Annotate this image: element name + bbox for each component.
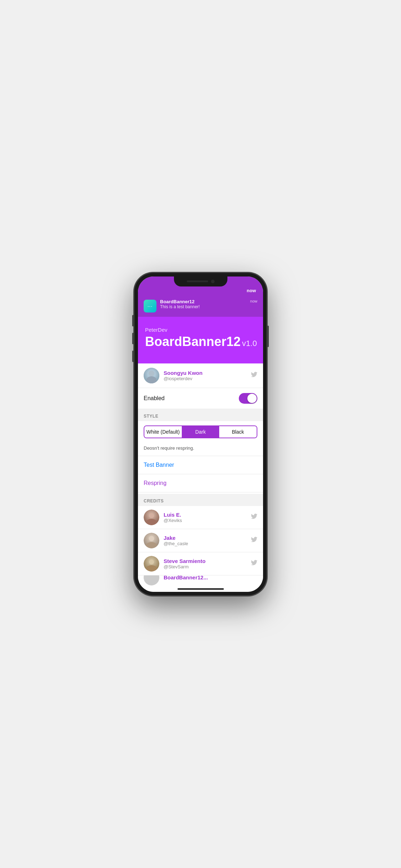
notif-app-icon: ··· bbox=[144, 300, 156, 312]
style-note: Deosn't require respring. bbox=[138, 443, 263, 456]
notch-camera bbox=[211, 280, 215, 283]
notif-icon-label: ··· bbox=[148, 303, 153, 309]
jake-name: Jake bbox=[164, 535, 247, 541]
content-area: Soongyu Kwon @iospeterdev Enabled bbox=[138, 363, 263, 585]
test-banner-row[interactable]: Test Banner bbox=[138, 456, 263, 474]
style-section-title: STYLE bbox=[144, 414, 158, 419]
notch bbox=[174, 277, 227, 286]
style-selector: White (Default) Dark Black bbox=[144, 425, 257, 438]
credit-row-partial: BoardBanner12... bbox=[138, 575, 263, 585]
phone-wrapper: now ··· BoardBanner12 This is a test ban… bbox=[134, 272, 267, 596]
jake-avatar bbox=[144, 533, 159, 548]
credits-section-divider: CREDITS bbox=[138, 494, 263, 506]
notif-title: BoardBanner12 bbox=[160, 299, 247, 304]
credit-row-steve: Steve Sarmiento @StevSarm bbox=[138, 552, 263, 575]
hero-developer: PeterDev bbox=[145, 327, 256, 333]
luis-twitter-icon[interactable] bbox=[251, 513, 257, 521]
developer-avatar-img bbox=[144, 368, 159, 383]
style-option-white[interactable]: White (Default) bbox=[144, 426, 182, 438]
steve-handle: @StevSarm bbox=[164, 564, 247, 569]
developer-name: Soongyu Kwon bbox=[164, 370, 247, 376]
respring-row[interactable]: Respring bbox=[138, 474, 263, 492]
developer-info: Soongyu Kwon @iospeterdev bbox=[164, 370, 247, 381]
hero-app-name: BoardBanner12 bbox=[145, 334, 241, 349]
style-option-dark[interactable]: Dark bbox=[182, 426, 219, 438]
jake-handle: @the_casle bbox=[164, 541, 247, 546]
style-option-black[interactable]: Black bbox=[219, 426, 257, 438]
luis-info: Luis E. @Xeviks bbox=[164, 512, 247, 523]
enabled-toggle[interactable] bbox=[239, 393, 257, 404]
style-selector-container: White (Default) Dark Black bbox=[138, 421, 263, 443]
notif-text-block: BoardBanner12 This is a test banner! bbox=[160, 299, 247, 309]
steve-info: Steve Sarmiento @StevSarm bbox=[164, 558, 247, 569]
style-section-divider: STYLE bbox=[138, 409, 263, 421]
phone-screen: now ··· BoardBanner12 This is a test ban… bbox=[138, 277, 263, 592]
jake-twitter-icon[interactable] bbox=[251, 536, 257, 544]
notif-subtitle: This is a test banner! bbox=[160, 304, 247, 309]
enabled-toggle-row: Enabled bbox=[138, 388, 263, 409]
test-banner-link[interactable]: Test Banner bbox=[144, 462, 174, 468]
home-bar bbox=[178, 588, 224, 590]
credit-row-luis: Luis E. @Xeviks bbox=[138, 506, 263, 529]
credits-section-title: CREDITS bbox=[144, 498, 164, 503]
enabled-label: Enabled bbox=[144, 395, 165, 402]
developer-profile-row: Soongyu Kwon @iospeterdev bbox=[138, 363, 263, 388]
toggle-knob bbox=[247, 394, 257, 403]
notif-time: now bbox=[250, 299, 257, 303]
hero-title-block: BoardBanner12 v1.0 bbox=[145, 334, 256, 349]
steve-name: Steve Sarmiento bbox=[164, 558, 247, 564]
respring-link[interactable]: Respring bbox=[144, 480, 166, 486]
notch-speaker bbox=[187, 280, 208, 282]
credit-row-jake: Jake @the_casle bbox=[138, 529, 263, 552]
hero-section: PeterDev BoardBanner12 v1.0 bbox=[138, 317, 263, 363]
jake-info: Jake @the_casle bbox=[164, 535, 247, 546]
notification-banner: ··· BoardBanner12 This is a test banner!… bbox=[138, 296, 263, 317]
phone-frame: now ··· BoardBanner12 This is a test ban… bbox=[134, 272, 267, 596]
hero-version: v1.0 bbox=[242, 339, 257, 348]
developer-twitter-icon[interactable] bbox=[251, 371, 257, 379]
steve-avatar bbox=[144, 556, 159, 572]
steve-twitter-icon[interactable] bbox=[251, 559, 257, 568]
status-time: now bbox=[247, 288, 256, 293]
luis-avatar bbox=[144, 510, 159, 525]
developer-handle: @iospeterdev bbox=[164, 376, 247, 381]
luis-handle: @Xeviks bbox=[164, 518, 247, 523]
luis-name: Luis E. bbox=[164, 512, 247, 518]
developer-avatar bbox=[144, 368, 159, 383]
home-indicator bbox=[138, 585, 263, 592]
